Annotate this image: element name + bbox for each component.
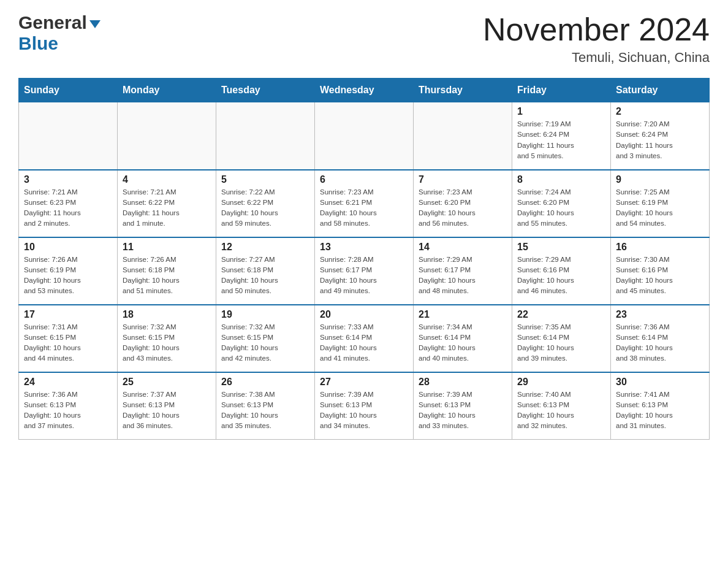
calendar-cell: 26Sunrise: 7:38 AM Sunset: 6:13 PM Dayli… [216, 372, 315, 440]
calendar-header: SundayMondayTuesdayWednesdayThursdayFrid… [19, 79, 710, 102]
calendar-cell [118, 102, 216, 170]
day-number: 25 [123, 377, 211, 388]
calendar-cell: 1Sunrise: 7:19 AM Sunset: 6:24 PM Daylig… [512, 102, 611, 170]
day-number: 3 [24, 174, 112, 185]
day-info: Sunrise: 7:37 AM Sunset: 6:13 PM Dayligh… [123, 389, 211, 432]
day-info: Sunrise: 7:21 AM Sunset: 6:23 PM Dayligh… [24, 187, 112, 229]
day-number: 21 [419, 309, 507, 320]
day-number: 6 [320, 174, 408, 185]
day-info: Sunrise: 7:24 AM Sunset: 6:20 PM Dayligh… [517, 187, 605, 229]
day-info: Sunrise: 7:34 AM Sunset: 6:14 PM Dayligh… [419, 322, 507, 364]
calendar-cell: 16Sunrise: 7:30 AM Sunset: 6:16 PM Dayli… [611, 237, 710, 305]
location-title: Temuli, Sichuan, China [483, 50, 710, 66]
calendar-cell [216, 102, 315, 170]
day-info: Sunrise: 7:26 AM Sunset: 6:19 PM Dayligh… [24, 255, 112, 297]
calendar-cell: 4Sunrise: 7:21 AM Sunset: 6:22 PM Daylig… [118, 170, 216, 237]
title-area: November 2024 Temuli, Sichuan, China [483, 12, 710, 66]
day-info: Sunrise: 7:41 AM Sunset: 6:13 PM Dayligh… [616, 389, 704, 432]
calendar-cell: 9Sunrise: 7:25 AM Sunset: 6:19 PM Daylig… [611, 170, 710, 237]
day-number: 15 [517, 242, 605, 253]
weekday-header-saturday: Saturday [611, 79, 710, 102]
day-info: Sunrise: 7:21 AM Sunset: 6:22 PM Dayligh… [123, 187, 211, 229]
calendar-cell: 27Sunrise: 7:39 AM Sunset: 6:13 PM Dayli… [315, 372, 414, 440]
calendar-cell: 15Sunrise: 7:29 AM Sunset: 6:16 PM Dayli… [512, 237, 611, 305]
weekday-header-friday: Friday [512, 79, 611, 102]
day-info: Sunrise: 7:33 AM Sunset: 6:14 PM Dayligh… [320, 322, 408, 364]
day-number: 26 [221, 377, 309, 388]
day-number: 9 [616, 174, 704, 185]
calendar-cell: 7Sunrise: 7:23 AM Sunset: 6:20 PM Daylig… [414, 170, 512, 237]
day-number: 2 [616, 106, 704, 117]
calendar-cell: 25Sunrise: 7:37 AM Sunset: 6:13 PM Dayli… [118, 372, 216, 440]
day-info: Sunrise: 7:32 AM Sunset: 6:15 PM Dayligh… [123, 322, 211, 364]
calendar-cell: 3Sunrise: 7:21 AM Sunset: 6:23 PM Daylig… [19, 170, 118, 237]
calendar-cell [414, 102, 512, 170]
day-number: 28 [419, 377, 507, 388]
calendar-cell: 13Sunrise: 7:28 AM Sunset: 6:17 PM Dayli… [315, 237, 414, 305]
logo: General Blue [18, 12, 100, 54]
calendar-cell: 20Sunrise: 7:33 AM Sunset: 6:14 PM Dayli… [315, 305, 414, 372]
calendar-cell: 12Sunrise: 7:27 AM Sunset: 6:18 PM Dayli… [216, 237, 315, 305]
week-row-4: 17Sunrise: 7:31 AM Sunset: 6:15 PM Dayli… [19, 305, 710, 372]
day-info: Sunrise: 7:39 AM Sunset: 6:13 PM Dayligh… [419, 389, 507, 432]
day-number: 14 [419, 242, 507, 253]
day-info: Sunrise: 7:40 AM Sunset: 6:13 PM Dayligh… [517, 389, 605, 432]
calendar-cell: 8Sunrise: 7:24 AM Sunset: 6:20 PM Daylig… [512, 170, 611, 237]
day-info: Sunrise: 7:29 AM Sunset: 6:16 PM Dayligh… [517, 255, 605, 297]
calendar: SundayMondayTuesdayWednesdayThursdayFrid… [18, 78, 710, 440]
day-number: 18 [123, 309, 211, 320]
day-number: 5 [221, 174, 309, 185]
day-info: Sunrise: 7:36 AM Sunset: 6:13 PM Dayligh… [24, 389, 112, 432]
calendar-cell: 14Sunrise: 7:29 AM Sunset: 6:17 PM Dayli… [414, 237, 512, 305]
calendar-cell: 22Sunrise: 7:35 AM Sunset: 6:14 PM Dayli… [512, 305, 611, 372]
calendar-cell: 28Sunrise: 7:39 AM Sunset: 6:13 PM Dayli… [414, 372, 512, 440]
week-row-2: 3Sunrise: 7:21 AM Sunset: 6:23 PM Daylig… [19, 170, 710, 237]
day-info: Sunrise: 7:36 AM Sunset: 6:14 PM Dayligh… [616, 322, 704, 364]
day-number: 11 [123, 242, 211, 253]
day-number: 17 [24, 309, 112, 320]
day-number: 22 [517, 309, 605, 320]
week-row-5: 24Sunrise: 7:36 AM Sunset: 6:13 PM Dayli… [19, 372, 710, 440]
calendar-cell [315, 102, 414, 170]
weekday-header-thursday: Thursday [414, 79, 512, 102]
day-info: Sunrise: 7:30 AM Sunset: 6:16 PM Dayligh… [616, 255, 704, 297]
calendar-cell: 19Sunrise: 7:32 AM Sunset: 6:15 PM Dayli… [216, 305, 315, 372]
day-info: Sunrise: 7:26 AM Sunset: 6:18 PM Dayligh… [123, 255, 211, 297]
week-row-3: 10Sunrise: 7:26 AM Sunset: 6:19 PM Dayli… [19, 237, 710, 305]
weekday-header-wednesday: Wednesday [315, 79, 414, 102]
calendar-cell: 6Sunrise: 7:23 AM Sunset: 6:21 PM Daylig… [315, 170, 414, 237]
day-info: Sunrise: 7:39 AM Sunset: 6:13 PM Dayligh… [320, 389, 408, 432]
calendar-body: 1Sunrise: 7:19 AM Sunset: 6:24 PM Daylig… [19, 102, 710, 440]
day-info: Sunrise: 7:27 AM Sunset: 6:18 PM Dayligh… [221, 255, 309, 297]
day-info: Sunrise: 7:20 AM Sunset: 6:24 PM Dayligh… [616, 119, 704, 161]
weekday-header-tuesday: Tuesday [216, 79, 315, 102]
day-number: 30 [616, 377, 704, 388]
weekday-header-monday: Monday [118, 79, 216, 102]
day-number: 8 [517, 174, 605, 185]
day-number: 19 [221, 309, 309, 320]
day-info: Sunrise: 7:32 AM Sunset: 6:15 PM Dayligh… [221, 322, 309, 364]
day-info: Sunrise: 7:29 AM Sunset: 6:17 PM Dayligh… [419, 255, 507, 297]
calendar-cell: 10Sunrise: 7:26 AM Sunset: 6:19 PM Dayli… [19, 237, 118, 305]
day-number: 16 [616, 242, 704, 253]
calendar-cell: 5Sunrise: 7:22 AM Sunset: 6:22 PM Daylig… [216, 170, 315, 237]
day-number: 27 [320, 377, 408, 388]
logo-blue-text: Blue [18, 33, 58, 53]
calendar-cell: 30Sunrise: 7:41 AM Sunset: 6:13 PM Dayli… [611, 372, 710, 440]
day-info: Sunrise: 7:25 AM Sunset: 6:19 PM Dayligh… [616, 187, 704, 229]
day-info: Sunrise: 7:23 AM Sunset: 6:20 PM Dayligh… [419, 187, 507, 229]
calendar-cell: 11Sunrise: 7:26 AM Sunset: 6:18 PM Dayli… [118, 237, 216, 305]
day-number: 10 [24, 242, 112, 253]
day-number: 1 [517, 106, 605, 117]
day-info: Sunrise: 7:38 AM Sunset: 6:13 PM Dayligh… [221, 389, 309, 432]
day-number: 23 [616, 309, 704, 320]
day-number: 12 [221, 242, 309, 253]
weekday-header-sunday: Sunday [19, 79, 118, 102]
month-title: November 2024 [483, 12, 710, 47]
calendar-cell [19, 102, 118, 170]
week-row-1: 1Sunrise: 7:19 AM Sunset: 6:24 PM Daylig… [19, 102, 710, 170]
day-number: 29 [517, 377, 605, 388]
logo-general-text: General [18, 12, 87, 33]
calendar-cell: 2Sunrise: 7:20 AM Sunset: 6:24 PM Daylig… [611, 102, 710, 170]
calendar-cell: 23Sunrise: 7:36 AM Sunset: 6:14 PM Dayli… [611, 305, 710, 372]
